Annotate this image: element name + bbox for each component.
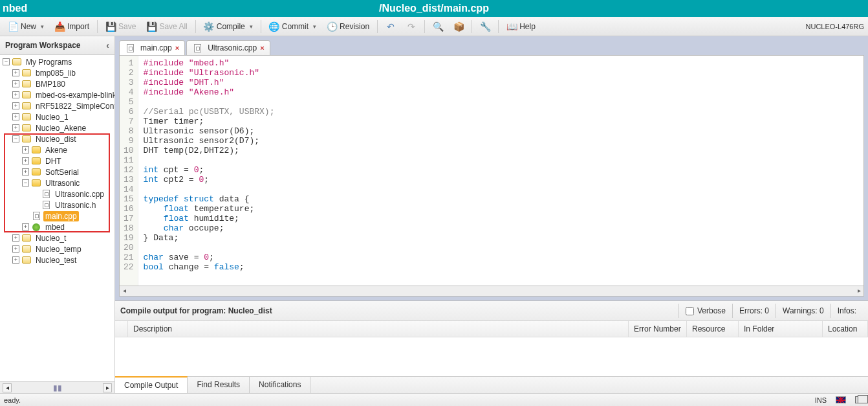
prog-ico-icon	[21, 80, 32, 89]
file-ico-icon	[31, 212, 41, 221]
tree-node[interactable]: +Nucleo_Akene	[0, 122, 114, 133]
tree-node[interactable]: +SoftSerial	[0, 166, 114, 177]
tree-node[interactable]: +mbed	[0, 221, 114, 232]
collapse-sidebar-button[interactable]: ‹	[106, 40, 109, 51]
editor-tab[interactable]: main.cpp×	[119, 40, 185, 55]
expand-icon[interactable]: +	[12, 256, 19, 264]
code-editor[interactable]: 12345678910111213141516171819202122 #inc…	[119, 55, 864, 286]
collapse-icon[interactable]: −	[12, 135, 19, 142]
import-button[interactable]: 📥Import	[50, 19, 94, 34]
tree-node[interactable]: +nRF51822_SimpleControls	[0, 100, 114, 111]
tree-node[interactable]: +Nucleo_1	[0, 111, 114, 122]
editor-tab[interactable]: Ultrasonic.cpp×	[186, 40, 270, 55]
output-tab[interactable]: Find Results	[188, 377, 250, 393]
scroll-left-icon[interactable]: ◂	[120, 287, 129, 296]
sidebar-hscroll[interactable]: ◂ ▮▮ ▸	[0, 381, 114, 393]
screens-icon[interactable]	[855, 396, 864, 403]
file-path: /Nucleo_dist/main.cpp	[379, 3, 489, 14]
tree-label: main.cpp	[43, 211, 79, 221]
save-all-button[interactable]: 💾Save All	[142, 19, 191, 34]
scroll-right-icon[interactable]: ▸	[103, 383, 112, 392]
editor-hscroll[interactable]: ◂ ▸	[119, 286, 864, 297]
tree-node[interactable]: main.cpp	[0, 210, 114, 221]
file-icon	[125, 43, 135, 52]
tree-node[interactable]: +bmp085_lib	[0, 67, 114, 78]
tree-node[interactable]: +Nucleo_temp	[0, 243, 114, 254]
tree-label: Akene	[43, 145, 69, 155]
expand-icon[interactable]: +	[12, 91, 19, 98]
tree-node[interactable]: −Nucleo_dist	[0, 133, 114, 144]
compile-button[interactable]: ⚙️Compile▾	[199, 19, 257, 34]
file-ico-icon	[41, 201, 51, 210]
verbose-checkbox[interactable]	[686, 307, 694, 315]
prog-ico-icon	[21, 234, 32, 243]
commit-button[interactable]: 🌐Commit▾	[265, 19, 321, 34]
expand-icon[interactable]: +	[12, 245, 19, 253]
undo-button[interactable]: ↶	[381, 19, 400, 34]
find-button[interactable]: 🔍	[428, 19, 448, 34]
expand-icon[interactable]: +	[12, 113, 19, 120]
save-button[interactable]: 💾Save	[101, 19, 140, 34]
format-button[interactable]: 📦	[449, 19, 468, 34]
expand-icon[interactable]: +	[12, 80, 19, 87]
chevron-down-icon: ▾	[313, 23, 316, 30]
tree-node[interactable]: +DHT	[0, 155, 114, 166]
tree-node[interactable]: +Nucleo_t	[0, 232, 114, 243]
revision-button[interactable]: 🕒Revision	[322, 19, 374, 34]
expand-icon[interactable]: +	[22, 168, 29, 175]
tree-node[interactable]: Ultrasonic.h	[0, 199, 114, 210]
compile-output-panel: Compile output for program: Nucleo_dist …	[115, 300, 868, 393]
output-tab[interactable]: Notifications	[250, 377, 310, 393]
scroll-right-icon[interactable]: ▸	[854, 287, 863, 296]
tool-button[interactable]: 🔧	[475, 19, 495, 34]
expand-icon[interactable]: +	[12, 69, 19, 76]
separator	[261, 20, 261, 33]
col-description[interactable]: Description	[128, 321, 629, 337]
tree-label: Ultrasonic	[43, 178, 81, 188]
scroll-left-icon[interactable]: ◂	[3, 383, 12, 392]
output-grid-header: Description Error Number Resource In Fol…	[115, 321, 868, 337]
gear-icon: ⚙️	[204, 21, 214, 32]
uk-flag-icon[interactable]	[836, 396, 846, 403]
new-button[interactable]: 📄New▾	[3, 19, 49, 34]
col-in-folder[interactable]: In Folder	[739, 321, 823, 337]
verbose-toggle[interactable]: Verbose	[678, 304, 732, 318]
board-selector[interactable]: NUCLEO-L476RG	[806, 23, 864, 30]
tree-node[interactable]: +BMP180	[0, 78, 114, 89]
code-content[interactable]: #include "mbed.h"#include "Ultrasonic.h"…	[138, 56, 863, 286]
expand-icon[interactable]: +	[12, 102, 19, 109]
tree-label: mbed	[43, 222, 67, 232]
line-gutter: 12345678910111213141516171819202122	[120, 56, 138, 286]
col-error-number[interactable]: Error Number	[629, 321, 687, 337]
tree-node[interactable]: +Akene	[0, 144, 114, 155]
insert-mode[interactable]: INS	[815, 396, 827, 404]
close-tab-icon[interactable]: ×	[175, 44, 179, 52]
expand-icon[interactable]: +	[22, 223, 29, 231]
expand-icon[interactable]: +	[22, 157, 29, 164]
tree-node[interactable]: −My Programs	[0, 56, 114, 67]
output-tab[interactable]: Compile Output	[115, 376, 188, 393]
project-tree[interactable]: −My Programs+bmp085_lib+BMP180+mbed-os-e…	[0, 55, 114, 381]
errors-count[interactable]: Errors: 0	[732, 304, 776, 318]
tree-label: Nucleo_t	[34, 233, 68, 243]
collapse-icon[interactable]: −	[22, 179, 29, 186]
tree-label: Nucleo_1	[34, 112, 71, 122]
compile-title: Compile output for program: Nucleo_dist	[120, 306, 272, 315]
commit-label: Commit	[282, 22, 309, 31]
expand-icon[interactable]: +	[12, 234, 19, 242]
warnings-count[interactable]: Warnings: 0	[776, 304, 830, 318]
infos-count[interactable]: Infos:	[830, 304, 863, 318]
expand-icon[interactable]: +	[12, 124, 19, 131]
prog-ico-icon	[21, 256, 32, 265]
col-resource[interactable]: Resource	[687, 321, 739, 337]
tree-node[interactable]: +mbed-os-example-blinky	[0, 89, 114, 100]
col-location[interactable]: Location	[823, 321, 868, 337]
tree-node[interactable]: −Ultrasonic	[0, 177, 114, 188]
tree-node[interactable]: +Nucleo_test	[0, 254, 114, 265]
collapse-icon[interactable]: −	[3, 58, 10, 65]
tree-node[interactable]: Ultrasonic.cpp	[0, 188, 114, 199]
help-button[interactable]: 📖Help	[502, 19, 540, 34]
close-tab-icon[interactable]: ×	[260, 44, 264, 52]
expand-icon[interactable]: +	[22, 146, 29, 153]
redo-button[interactable]: ↷	[402, 19, 421, 34]
